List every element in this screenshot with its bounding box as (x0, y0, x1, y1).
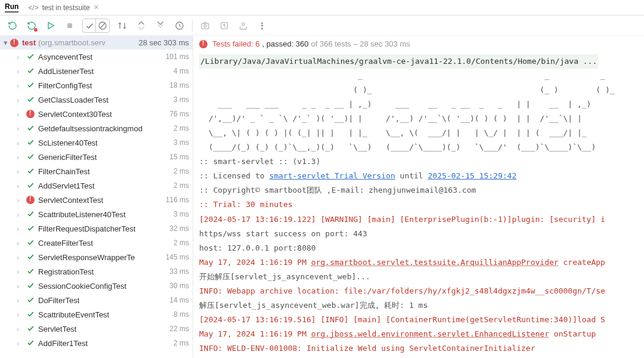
test-row[interactable]: ›GetClassLoaderTest3 ms (0, 92, 193, 107)
console-line: https/wss start success on port: 443 (199, 229, 367, 238)
test-row[interactable]: ›ScattributeListener40Test3 ms (0, 207, 193, 221)
test-row[interactable]: ›ScListener40Test3 ms (0, 135, 193, 150)
test-row[interactable]: ›ScattributeEventTest8 ms (0, 307, 193, 322)
console-line: :: Licensed to (199, 171, 269, 180)
test-time: 2 ms (170, 167, 189, 175)
test-time: 2 ms (170, 181, 189, 190)
show-passed-button[interactable] (83, 19, 96, 32)
summary-failed: Tests failed: 6 (212, 39, 260, 48)
test-row[interactable]: ›ServletTest22 ms (0, 322, 193, 336)
test-row[interactable]: ›AddServlet1Test2 ms (0, 178, 193, 193)
expand-all-button[interactable] (135, 19, 148, 32)
test-time: 8 ms (170, 310, 189, 319)
chevron-right-icon[interactable]: › (17, 124, 23, 133)
test-row[interactable]: ›DoFilterTest14 ms (0, 293, 193, 307)
pass-icon (26, 138, 35, 148)
test-row[interactable]: ›CreateFilterTest2 ms (0, 236, 193, 250)
output-panel: Tests failed: 6, passed: 360 of 366 test… (193, 36, 644, 358)
test-row[interactable]: ›AsynceventTest101 ms (0, 50, 193, 64)
chevron-right-icon[interactable]: › (17, 196, 23, 205)
fail-icon (26, 196, 35, 204)
test-row[interactable]: ›AddFilter1Test2 ms (0, 336, 193, 350)
console-class-link[interactable]: org.jboss.weld.environment.servlet.Enhan… (311, 329, 549, 338)
root-test-name: test (22, 38, 36, 47)
chevron-right-icon[interactable]: › (17, 95, 23, 104)
chevron-right-icon[interactable]: › (17, 67, 23, 76)
chevron-right-icon[interactable]: › (17, 210, 23, 219)
rerun-button[interactable] (6, 19, 19, 32)
chevron-right-icon[interactable]: › (17, 181, 23, 190)
console-output[interactable]: /Library/Java/JavaVirtualMachines/graalv… (193, 52, 644, 358)
close-icon[interactable]: ✕ (94, 4, 99, 11)
test-row[interactable]: ›FilterConfigTest18 ms (0, 78, 193, 92)
pass-icon (26, 252, 35, 263)
test-name: ScattributeEventTest (38, 310, 109, 319)
chevron-right-icon[interactable]: › (17, 253, 23, 262)
more-button[interactable]: ⋮ (256, 19, 269, 32)
chevron-right-icon[interactable]: › (17, 282, 23, 291)
toggle-autotest-button[interactable] (44, 19, 57, 32)
root-package: (org.smartboot.serv (38, 38, 106, 47)
console-line: 解压[servlet_js_asyncevent_web.war]完成, 耗时:… (199, 301, 428, 310)
test-name: RegistrationTest (38, 267, 94, 276)
editor-tabs: Run </> test in testsuite ✕ (0, 0, 644, 16)
stop-button[interactable] (63, 19, 76, 32)
chevron-right-icon[interactable]: › (17, 267, 23, 276)
chevron-right-icon[interactable]: › (17, 138, 23, 147)
pass-icon (26, 166, 35, 177)
screenshot-button[interactable] (199, 19, 212, 32)
chevron-right-icon[interactable]: › (17, 167, 23, 176)
tree-root-row[interactable]: ▾ test (org.smartboot.serv 28 sec 303 ms (0, 36, 193, 50)
test-name: ScListener40Test (38, 138, 98, 147)
test-name: AddFilter1Test (38, 339, 88, 348)
test-row[interactable]: ›RegistrationTest33 ms (0, 264, 193, 279)
export-button[interactable] (237, 19, 250, 32)
tab-run[interactable]: Run (5, 2, 18, 13)
chevron-right-icon[interactable]: › (17, 239, 23, 248)
test-time: 116 ms (162, 196, 189, 204)
chevron-right-icon[interactable]: › (17, 339, 23, 348)
test-name: ScattributeListener40Test (38, 210, 126, 219)
test-name: ServletResponseWrapperTe (38, 253, 135, 262)
toolbar-separator (192, 20, 193, 32)
chevron-right-icon[interactable]: › (17, 224, 23, 233)
test-row[interactable]: ›ServletContextTest116 ms (0, 193, 193, 207)
sort-button[interactable] (116, 19, 129, 32)
test-row[interactable]: ›SessionCookieConfigTest30 ms (0, 279, 193, 293)
chevron-right-icon[interactable]: › (17, 153, 23, 162)
pass-icon (26, 52, 35, 62)
chevron-right-icon[interactable]: › (17, 296, 23, 305)
test-name: FilterRequestDispatcherTest (38, 224, 135, 233)
collapse-all-button[interactable] (154, 19, 167, 32)
history-button[interactable] (173, 19, 186, 32)
test-name: FilterChainTest (38, 167, 90, 176)
summary-bar: Tests failed: 6, passed: 360 of 366 test… (193, 36, 644, 52)
chevron-right-icon[interactable]: › (17, 53, 23, 61)
tab-file[interactable]: </> test in testsuite ✕ (28, 4, 98, 12)
test-row[interactable]: ›GenericFilterTest15 ms (0, 150, 193, 164)
pass-icon (26, 209, 35, 220)
console-class-link[interactable]: org.smartboot.servlet.testsuite.Arquilli… (311, 258, 559, 267)
expiry-link[interactable]: 2025-02-15 15:29:42 (428, 171, 517, 180)
test-row[interactable]: ›Getdefaultsessiontrackingmod2 ms (0, 121, 193, 135)
test-row[interactable]: ›ServletResponseWrapperTe145 ms (0, 250, 193, 264)
test-row[interactable]: ›FilterRequestDispatcherTest32 ms (0, 221, 193, 236)
pass-icon (26, 66, 35, 76)
test-row[interactable]: ›ServletContext30Test76 ms (0, 107, 193, 121)
chevron-right-icon[interactable]: › (17, 81, 23, 90)
rerun-failed-button[interactable] (25, 19, 38, 32)
license-link[interactable]: smart-servlet Trial Version (269, 171, 395, 180)
chevron-right-icon[interactable]: › (17, 325, 23, 334)
pass-icon (26, 267, 35, 277)
chevron-down-icon[interactable]: ▾ (4, 38, 8, 47)
test-name: SessionCookieConfigTest (38, 282, 126, 291)
pass-icon (26, 281, 35, 291)
test-name: CreateFilterTest (38, 239, 93, 248)
chevron-right-icon[interactable]: › (17, 110, 23, 119)
import-button[interactable] (218, 19, 231, 32)
show-ignored-button[interactable] (96, 19, 109, 32)
chevron-right-icon[interactable]: › (17, 310, 23, 319)
test-row[interactable]: ›AddListenerTest4 ms (0, 64, 193, 78)
pass-icon (26, 81, 35, 91)
test-row[interactable]: ›FilterChainTest2 ms (0, 164, 193, 178)
